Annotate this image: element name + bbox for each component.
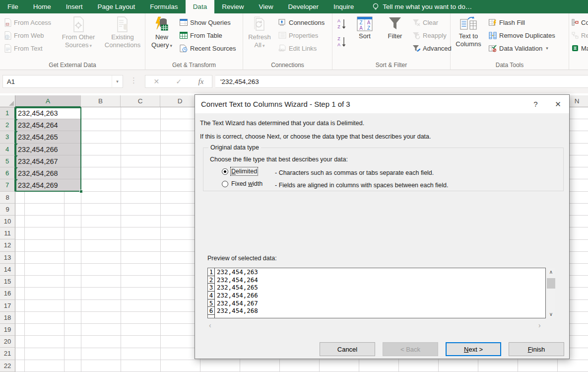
tab-home[interactable]: Home <box>26 0 59 13</box>
name-box[interactable]: A1 ▾ <box>2 75 123 88</box>
column-header-b[interactable]: B <box>81 95 121 107</box>
finish-button[interactable]: Finish <box>509 342 564 356</box>
row-header-15[interactable]: 15 <box>0 276 15 288</box>
row-header-10[interactable]: 10 <box>0 216 15 227</box>
row-header-8[interactable]: 8 <box>0 192 15 204</box>
row-header-21[interactable]: 21 <box>0 348 15 360</box>
connections-button[interactable]: Connections <box>277 16 326 29</box>
row-header-2[interactable]: 2 <box>0 119 15 131</box>
cell-a3[interactable]: 232,454,265 <box>15 131 80 143</box>
consolidate-button[interactable]: Co <box>570 16 588 29</box>
scroll-down-icon[interactable]: ∨ <box>547 310 555 318</box>
from-web-button[interactable]: From Web <box>3 29 53 42</box>
text-to-columns-button[interactable]: Text to Columns <box>453 16 484 48</box>
refresh-all-button[interactable]: Refresh All▾ <box>245 16 274 50</box>
column-header-d[interactable]: D <box>160 95 200 107</box>
row-header-13[interactable]: 13 <box>0 252 15 264</box>
cell-a4[interactable]: 232,454,266 <box>15 144 80 155</box>
sort-ascending-button[interactable]: AZ <box>336 17 347 30</box>
fill-handle[interactable] <box>79 190 83 193</box>
tab-view[interactable]: View <box>251 0 280 13</box>
data-preview-box[interactable]: 1 232,454,263 2 232,454,264 3 232,454,26… <box>207 268 546 318</box>
scroll-right-icon[interactable]: › <box>538 321 541 329</box>
from-other-sources-button[interactable]: From Other Sources▾ <box>59 16 98 50</box>
filter-button[interactable]: Filter <box>382 16 408 40</box>
row-header-17[interactable]: 17 <box>0 300 15 312</box>
cell-a6[interactable]: 232,454,268 <box>15 167 80 179</box>
from-text-button[interactable]: From Text <box>3 42 53 55</box>
existing-connections-button[interactable]: Existing Connections <box>101 16 144 49</box>
sort-button[interactable]: ZAAZ Sort <box>351 16 378 40</box>
delimited-radio-label[interactable]: Delimited <box>231 168 257 175</box>
help-button[interactable]: ? <box>524 95 547 113</box>
flash-fill-button[interactable]: Flash Fill <box>487 16 557 29</box>
tab-data[interactable]: Data <box>186 0 215 13</box>
scroll-up-icon[interactable]: ∧ <box>547 268 555 276</box>
tab-page-layout[interactable]: Page Layout <box>90 0 143 13</box>
next-button[interactable]: Next > <box>446 342 501 356</box>
tab-inquire[interactable]: Inquire <box>326 0 361 13</box>
svg-text:A: A <box>337 18 340 23</box>
back-button[interactable]: < Back <box>383 342 438 356</box>
tab-developer[interactable]: Developer <box>280 0 326 13</box>
row-header-22[interactable]: 22 <box>0 360 15 372</box>
row-header-6[interactable]: 6 <box>0 167 15 179</box>
formula-input[interactable]: '232,454,263 <box>215 75 588 88</box>
insert-function-icon[interactable]: fx <box>198 77 204 86</box>
properties-button[interactable]: Properties <box>277 29 326 42</box>
v-scrollbar-thumb[interactable] <box>547 278 555 289</box>
row-header-7[interactable]: 7 <box>0 179 15 191</box>
show-queries-button[interactable]: Show Queries <box>178 16 238 29</box>
clear-filter-button[interactable]: Clear <box>411 16 453 29</box>
from-access-button[interactable]: A From Access <box>3 16 53 29</box>
preview-vertical-scrollbar[interactable]: ∧ ∨ <box>547 268 555 318</box>
advanced-filter-button[interactable]: Advanced <box>411 42 453 55</box>
column-header-c[interactable]: C <box>121 95 160 107</box>
row-header-1[interactable]: 1 <box>0 107 15 119</box>
delimited-radio[interactable] <box>222 168 228 175</box>
row-header-9[interactable]: 9 <box>0 204 15 216</box>
row-header-18[interactable]: 18 <box>0 312 15 324</box>
row-header-20[interactable]: 20 <box>0 336 15 348</box>
tell-me-box[interactable]: Tell me what you want to do… <box>372 0 472 13</box>
from-table-button[interactable]: From Table <box>178 29 238 42</box>
cell-a7[interactable]: 232,454,269 <box>15 179 80 191</box>
row-header-14[interactable]: 14 <box>0 264 15 276</box>
cell-a1[interactable]: 232,454,263 <box>15 107 80 119</box>
row-header-19[interactable]: 19 <box>0 324 15 336</box>
fixed-width-radio-label[interactable]: Fixed width <box>231 180 262 187</box>
new-query-button[interactable]: New Query▾ <box>147 16 176 50</box>
tab-insert[interactable]: Insert <box>59 0 90 13</box>
cancel-formula-icon[interactable]: ✕ <box>154 77 160 85</box>
group-label-data-tools: Data Tools <box>451 62 569 69</box>
cell-a2[interactable]: 232,454,264 <box>15 119 80 131</box>
relationships-button[interactable]: Rel <box>570 29 588 42</box>
tab-file[interactable]: File <box>0 0 26 13</box>
select-all-corner[interactable] <box>0 95 15 107</box>
row-header-12[interactable]: 12 <box>0 239 15 251</box>
column-header-a[interactable]: A <box>15 95 81 107</box>
scroll-left-icon[interactable]: ‹ <box>209 321 211 329</box>
manage-data-model-button[interactable]: Ma <box>570 42 588 55</box>
remove-duplicates-button[interactable]: Remove Duplicates <box>487 29 557 42</box>
enter-formula-icon[interactable]: ✓ <box>176 77 182 85</box>
fixed-width-radio[interactable] <box>222 181 228 187</box>
row-header-16[interactable]: 16 <box>0 288 15 299</box>
row-header-4[interactable]: 4 <box>0 144 15 155</box>
cancel-button[interactable]: Cancel <box>320 342 375 356</box>
data-validation-button[interactable]: Data Validation ▾ <box>487 42 557 55</box>
close-button[interactable]: ✕ <box>547 95 569 113</box>
edit-links-button[interactable]: Edit Links <box>277 42 326 55</box>
dialog-title-bar[interactable]: Convert Text to Columns Wizard - Step 1 … <box>195 95 569 113</box>
name-box-dropdown[interactable]: ▾ <box>112 75 123 87</box>
row-header-11[interactable]: 11 <box>0 227 15 239</box>
sort-descending-button[interactable]: ZA <box>336 35 347 48</box>
reapply-filter-button[interactable]: Reapply <box>411 29 453 42</box>
recent-sources-button[interactable]: Recent Sources <box>178 42 238 55</box>
tab-review[interactable]: Review <box>214 0 251 13</box>
row-header-3[interactable]: 3 <box>0 131 15 143</box>
row-header-5[interactable]: 5 <box>0 155 15 167</box>
cell-a5[interactable]: 232,454,267 <box>15 155 80 167</box>
preview-row-value: 232,454,266 <box>215 292 258 299</box>
tab-formulas[interactable]: Formulas <box>142 0 185 13</box>
